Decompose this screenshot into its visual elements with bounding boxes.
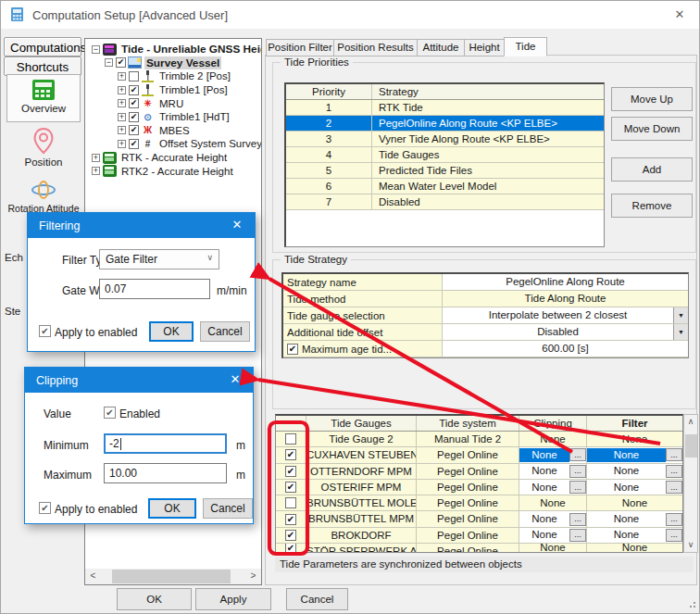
gauges-column-header[interactable]: Tide Gauges (306, 416, 417, 431)
filter-value-cell[interactable]: None (587, 481, 666, 495)
tree-checkbox[interactable]: ✔ (116, 57, 126, 68)
clipping-ellipsis-button[interactable]: ... (569, 465, 586, 478)
gauge-row[interactable]: ✔ OSTERIFF MPM Pegel Online None ... Non… (276, 480, 682, 495)
tree-item[interactable]: + ✔ Trimble1 [Pos] (87, 83, 262, 97)
gauge-checkbox[interactable]: ✔ (285, 530, 296, 541)
cancel-button[interactable]: Cancel (203, 498, 253, 519)
move-down-button[interactable]: Move Down (611, 117, 693, 141)
gauge-row[interactable]: ✔ CUXHAVEN STEUBENH Pegel Online None ..… (276, 447, 682, 463)
clipping-ellipsis-button[interactable]: ... (569, 513, 586, 526)
tree-checkbox[interactable] (129, 71, 139, 81)
tree-item[interactable]: + RTK2 - Accurate Height (87, 164, 262, 178)
scroll-right-icon[interactable]: > (245, 569, 261, 584)
strategy-checkbox[interactable]: ✔ (287, 344, 298, 355)
filter-value-cell[interactable]: None (587, 544, 682, 553)
priority-row[interactable]: 3 Vyner Tide Along Route <KP ELBE> (286, 132, 604, 147)
strategy-row-value[interactable]: Interpolate between 2 closest (443, 307, 673, 323)
ok-button[interactable]: OK (148, 498, 196, 519)
priority-row[interactable]: 1 RTK Tide (286, 100, 604, 116)
tree-expander-icon[interactable]: + (118, 72, 126, 81)
gauges-column-header[interactable]: Filter (587, 416, 682, 431)
strategy-row-value[interactable]: Tide Along Route (443, 291, 688, 307)
tree-item[interactable]: − Tide - Unreliable GNSS Heig (87, 43, 262, 56)
gauge-row[interactable]: ✔ OTTERNDORF MPM Pegel Online None ... N… (276, 464, 682, 480)
tree-expander-icon[interactable]: − (105, 58, 113, 67)
sidebar-item-echosounder[interactable]: Ech (5, 252, 23, 263)
filter-type-select[interactable]: Gate Filter ∨ (99, 249, 219, 269)
clipping-value-cell[interactable]: None (519, 464, 569, 478)
clipping-value-cell[interactable]: None (519, 448, 569, 462)
remove-button[interactable]: Remove (611, 194, 693, 218)
scroll-up-icon[interactable]: ∧ (684, 415, 697, 429)
add-button[interactable]: Add (611, 157, 693, 182)
tree-checkbox[interactable]: ✔ (129, 125, 139, 135)
sidebar-item-position[interactable]: Position (6, 127, 81, 173)
gauge-row[interactable]: ✔ STÖR SPERRWERK A Pegel Online None ...… (276, 544, 682, 553)
tab[interactable]: Tide (504, 37, 547, 56)
tree-item[interactable]: + ✔ Ж MBES (87, 124, 262, 138)
tree-item[interactable]: + ✔ ✳ MRU (87, 96, 262, 110)
priority-row[interactable]: 6 Mean Water Level Model (286, 179, 604, 194)
tree-expander-icon[interactable]: + (118, 113, 126, 121)
priority-row[interactable]: 4 Tide Gauges (286, 147, 604, 163)
priority-column-header[interactable]: Priority (286, 84, 372, 99)
tree-expander-icon[interactable]: − (92, 45, 100, 54)
priority-row[interactable]: 5 Predicted Tide Files (286, 163, 604, 179)
clipping-value-cell[interactable]: None (519, 496, 586, 510)
dropdown-arrow-icon[interactable] (673, 307, 688, 323)
clipping-ellipsis-button[interactable]: ... (569, 448, 586, 461)
tree-checkbox[interactable]: ✔ (129, 139, 139, 149)
tab[interactable]: Attitude (417, 39, 465, 56)
maximum-input[interactable]: 10.00 (104, 463, 227, 483)
tree-checkbox[interactable]: ✔ (129, 98, 139, 108)
tree-item[interactable]: + ✔ # Offset System Survey Ve (87, 137, 262, 151)
filter-ellipsis-button[interactable]: ... (666, 465, 682, 478)
clipping-value-cell[interactable]: None (519, 528, 569, 542)
apply-button[interactable]: Apply (195, 588, 271, 610)
tree-item[interactable]: + ✔ ⊙ Trimble1 [HdT] (87, 110, 262, 124)
clipping-value-cell[interactable]: None (519, 544, 586, 553)
tree-item[interactable]: + Trimble 2 [Pos] (87, 69, 262, 83)
enabled-checkbox[interactable]: ✔ (104, 407, 116, 419)
tab[interactable]: Height (464, 39, 505, 56)
tree-expander-icon[interactable]: + (118, 126, 126, 134)
tab[interactable]: Position Results (333, 39, 418, 56)
gate-width-input[interactable]: 0.07 (99, 279, 210, 299)
tree-expander-icon[interactable]: + (118, 86, 126, 94)
tree-checkbox[interactable]: ✔ (129, 85, 139, 95)
scroll-left-icon[interactable]: < (85, 569, 101, 584)
computations-button[interactable]: Computations (4, 37, 81, 56)
gauge-row[interactable]: ✔ BRUNSBÜTTEL MPM Pegel Online None ... … (276, 511, 682, 527)
clipping-value-cell[interactable]: None (519, 481, 569, 495)
tree-expander-icon[interactable]: + (118, 140, 126, 148)
tree-item[interactable]: + RTK - Accurate Height (87, 151, 262, 165)
tree-expander-icon[interactable]: + (118, 99, 126, 107)
close-icon[interactable]: ✕ (228, 372, 243, 387)
sidebar-item-overview[interactable]: Overview (6, 74, 81, 122)
clipping-ellipsis-button[interactable]: ... (569, 481, 586, 494)
clipping-value-cell[interactable]: None (519, 512, 569, 526)
scrollbar-thumb[interactable] (685, 434, 697, 457)
filter-value-cell[interactable]: None (587, 464, 666, 478)
gauge-checkbox[interactable]: ✔ (285, 449, 296, 460)
apply-to-enabled-checkbox[interactable]: ✔ (39, 502, 51, 514)
shortcuts-button[interactable]: Shortcuts (4, 56, 81, 76)
filter-ellipsis-button[interactable]: ... (666, 481, 682, 494)
scrollbar-thumb[interactable] (112, 570, 231, 583)
tree-expander-icon[interactable]: + (92, 167, 100, 175)
sidebar-item-steered[interactable]: Ste (5, 306, 20, 317)
filter-value-cell[interactable]: None (587, 528, 666, 542)
strategy-row-value[interactable]: Disabled (443, 324, 673, 340)
cancel-button[interactable]: Cancel (200, 321, 250, 342)
filter-value-cell[interactable]: None (587, 448, 666, 462)
tree-horizontal-scrollbar[interactable]: < > (85, 569, 261, 584)
minimum-input[interactable]: -2 (104, 433, 227, 454)
tree-item[interactable]: − ✔ Survey Vessel (87, 56, 262, 70)
filter-ellipsis-button[interactable]: ... (666, 529, 682, 542)
window-close-icon[interactable]: ✕ (671, 7, 688, 22)
priority-row[interactable]: 2 PegelOnline Along Route <KP ELBE> (286, 116, 604, 132)
filter-ellipsis-button[interactable]: ... (666, 513, 682, 526)
strategy-row-value[interactable]: PegelOnline Along Route (443, 274, 688, 290)
gauges-column-header[interactable]: Clipping (519, 416, 587, 431)
gauge-checkbox[interactable]: ✔ (285, 544, 296, 553)
